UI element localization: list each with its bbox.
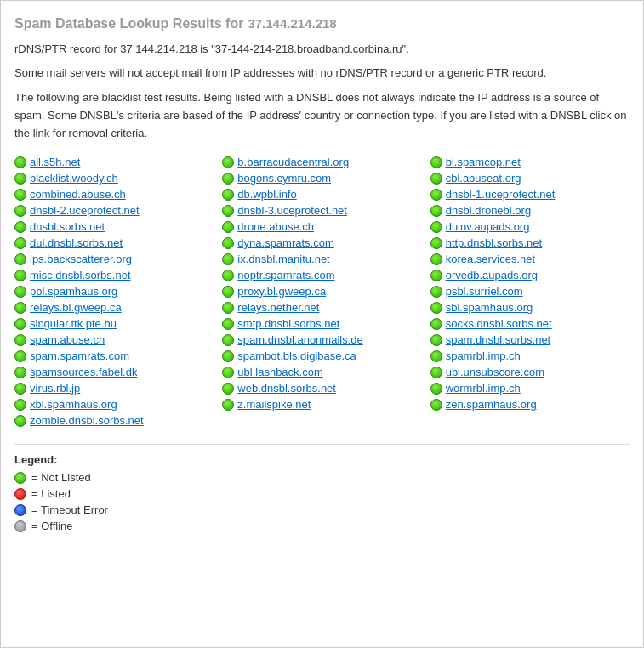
green-status-icon — [222, 302, 234, 314]
green-status-icon — [14, 253, 26, 265]
blacklist-link[interactable]: b.barracudacentral.org — [237, 156, 349, 168]
list-item: web.dnsbl.sorbs.net — [222, 382, 421, 395]
green-status-icon — [14, 367, 26, 378]
green-status-icon — [222, 189, 234, 201]
blacklist-link[interactable]: smtp.dnsbl.sorbs.net — [237, 317, 339, 330]
green-status-icon — [14, 286, 26, 298]
blacklist-link[interactable]: drone.abuse.ch — [237, 220, 314, 233]
blacklist-link[interactable]: all.s5h.net — [30, 156, 80, 168]
blacklist-link[interactable]: bogons.cymru.com — [237, 172, 331, 185]
green-status-icon — [430, 205, 442, 217]
blacklist-link[interactable]: dnsbl-3.uceprotect.net — [237, 204, 347, 217]
green-status-icon — [430, 383, 442, 395]
blacklist-link[interactable]: xbl.spamhaus.org — [30, 398, 117, 411]
list-item: singular.ttk.pte.hu — [14, 317, 214, 330]
blacklist-link[interactable]: sbl.spamhaus.org — [446, 301, 533, 314]
list-item: virus.rbl.jp — [14, 382, 214, 395]
blacklist-link[interactable]: duinv.aupads.org — [446, 220, 530, 233]
list-item: cbl.abuseat.org — [430, 172, 630, 185]
blacklist-link[interactable]: zen.spamhaus.org — [446, 398, 537, 411]
blacklist-link[interactable]: spamrbl.imp.ch — [446, 350, 521, 362]
blacklist-link[interactable]: ubl.lashback.com — [237, 366, 322, 378]
blacklist-link[interactable]: proxy.bl.gweep.ca — [237, 285, 326, 298]
blacklist-link[interactable]: ubl.unsubscore.com — [446, 366, 544, 378]
green-status-icon — [14, 221, 26, 233]
green-status-icon — [14, 270, 26, 281]
blacklist-link[interactable]: db.wpbl.info — [237, 188, 296, 201]
blacklist-link[interactable]: dnsbl-1.uceprotect.net — [446, 188, 556, 201]
list-item: blacklist.woody.ch — [14, 172, 214, 185]
page-title: Spam Database Lookup Results for 37.144.… — [14, 14, 630, 32]
blacklist-link[interactable]: orvedb.aupads.org — [446, 269, 538, 281]
green-status-icon — [430, 270, 442, 281]
green-status-icon — [14, 302, 26, 314]
blacklist-link[interactable]: pbl.spamhaus.org — [30, 285, 117, 298]
blacklist-link[interactable]: singular.ttk.pte.hu — [30, 317, 117, 330]
blacklist-link[interactable]: z.mailspike.net — [237, 398, 311, 411]
blacklist-link[interactable]: spam.abuse.ch — [30, 333, 105, 346]
list-item: combined.abuse.ch — [14, 188, 214, 201]
list-item: dnsbl-1.uceprotect.net — [430, 188, 630, 201]
blacklist-link[interactable]: spam.dnsbl.sorbs.net — [446, 333, 551, 346]
blacklist-link[interactable]: wormrbl.imp.ch — [446, 382, 521, 395]
rdns-line: rDNS/PTR record for 37.144.214.218 is "3… — [14, 41, 630, 58]
blacklist-link[interactable]: http.dnsbl.sorbs.net — [446, 236, 542, 249]
blacklist-link[interactable]: spam.dnsbl.anonmails.de — [237, 333, 362, 346]
list-item: spam.dnsbl.anonmails.de — [222, 333, 421, 346]
blacklist-link[interactable]: virus.rbl.jp — [30, 382, 80, 395]
green-status-icon — [14, 318, 26, 330]
blacklist-link[interactable]: spambot.bls.digibase.ca — [237, 350, 356, 362]
blacklist-link[interactable]: psbl.surriel.com — [446, 285, 523, 298]
blacklist-link[interactable]: dul.dnsbl.sorbs.net — [30, 236, 123, 249]
blacklist-link[interactable]: dnsbl-2.uceprotect.net — [30, 204, 140, 217]
blacklist-link[interactable]: blacklist.woody.ch — [30, 172, 118, 185]
list-item: bl.spamcop.net — [430, 156, 630, 168]
list-item: ips.backscatterer.org — [14, 253, 214, 265]
green-status-icon — [14, 350, 26, 362]
blacklist-link[interactable]: bl.spamcop.net — [446, 156, 521, 168]
green-status-icon — [222, 221, 234, 233]
green-status-icon — [430, 173, 442, 185]
blue-legend-icon — [14, 504, 26, 516]
list-item: duinv.aupads.org — [430, 220, 630, 233]
blacklist-link[interactable]: misc.dnsbl.sorbs.net — [30, 269, 131, 281]
blacklist-link[interactable]: spamsources.fabel.dk — [30, 366, 137, 378]
legend-label: = Not Listed — [31, 471, 91, 484]
green-status-icon — [222, 334, 234, 346]
blacklist-link[interactable]: spam.spamrats.com — [30, 350, 129, 362]
blacklist-link[interactable]: combined.abuse.ch — [30, 188, 126, 201]
blacklist-link[interactable]: ips.backscatterer.org — [30, 253, 132, 265]
blacklist-link[interactable]: relays.bl.gweep.ca — [30, 301, 122, 314]
green-status-icon — [430, 221, 442, 233]
blacklist-link[interactable]: korea.services.net — [446, 253, 536, 265]
list-item: ubl.unsubscore.com — [430, 366, 630, 378]
blacklist-link[interactable]: relays.nether.net — [237, 301, 319, 314]
green-status-icon — [430, 318, 442, 330]
blacklist-link[interactable]: socks.dnsbl.sorbs.net — [446, 317, 552, 330]
legend-title: Legend: — [14, 453, 630, 466]
green-status-icon — [430, 253, 442, 265]
list-item: zen.spamhaus.org — [430, 398, 630, 411]
blacklist-link[interactable]: cbl.abuseat.org — [446, 172, 521, 185]
list-item: smtp.dnsbl.sorbs.net — [222, 317, 421, 330]
blacklist-link[interactable]: zombie.dnsbl.sorbs.net — [30, 414, 144, 427]
list-item: spamsources.fabel.dk — [14, 366, 214, 378]
legend-item: = Listed — [14, 487, 630, 500]
blacklist-link[interactable]: dnsbl.sorbs.net — [30, 220, 105, 233]
list-item: bogons.cymru.com — [222, 172, 421, 185]
green-status-icon — [222, 399, 234, 411]
blacklist-link[interactable]: ix.dnsbl.manitu.net — [237, 253, 329, 265]
green-status-icon — [222, 367, 234, 378]
list-item: dnsbl.dronebl.org — [430, 204, 630, 217]
red-legend-icon — [14, 488, 26, 500]
legend-item: = Offline — [14, 520, 630, 532]
blacklist-link[interactable]: dnsbl.dronebl.org — [446, 204, 531, 217]
warning-text: Some mail servers will not accept mail f… — [14, 65, 630, 82]
green-status-icon — [430, 350, 442, 362]
blacklist-link[interactable]: web.dnsbl.sorbs.net — [237, 382, 336, 395]
blacklist-link[interactable]: dyna.spamrats.com — [237, 236, 333, 249]
green-status-icon — [430, 286, 442, 298]
green-status-icon — [222, 286, 234, 298]
green-status-icon — [14, 205, 26, 217]
blacklist-link[interactable]: noptr.spamrats.com — [237, 269, 334, 281]
